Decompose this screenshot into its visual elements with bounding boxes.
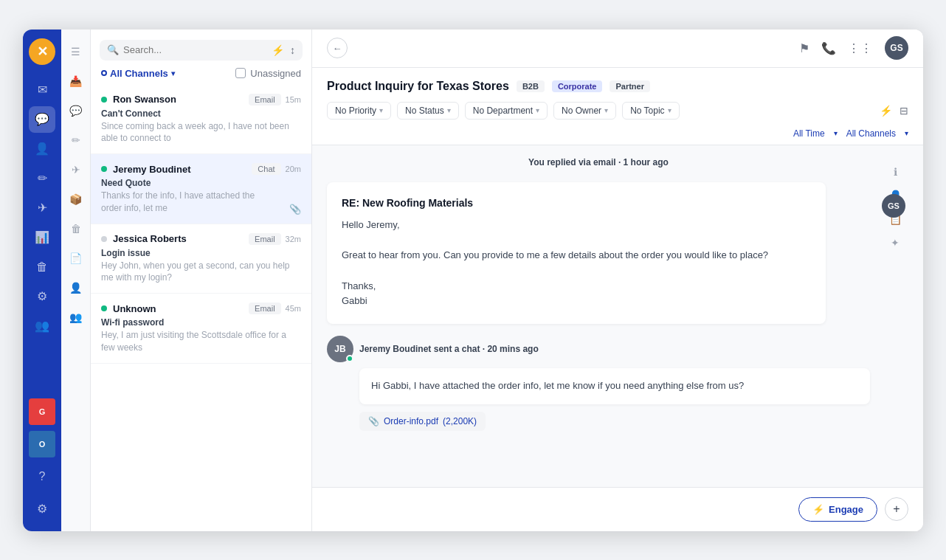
far-left-nav: ✕ ✉ 💬 👤 ✏ ✈ 📊 🗑 ⚙ 👥 G O ? ⚙ <box>23 30 61 531</box>
grid-icon[interactable]: ⋮⋮ <box>848 41 873 55</box>
owner-label: No Owner <box>562 106 601 116</box>
nav-icon-inbox[interactable]: ✉ <box>29 77 55 103</box>
system-divider: You replied via email · 1 hour ago <box>327 157 870 167</box>
conv-attributes-row: No Priority ▾ No Status ▾ No Department … <box>327 102 908 120</box>
filter-icon[interactable]: ⚡ <box>272 44 284 56</box>
nav-icon-settings2[interactable]: ⚙ <box>29 283 55 310</box>
conv-preview: Thanks for the info, I have attached the… <box>101 190 263 215</box>
all-channels-filter[interactable]: All Channels <box>846 128 896 139</box>
attachment-size: (2,200K) <box>443 416 477 426</box>
filter-conv-icon[interactable]: ⚡ <box>880 105 892 117</box>
info-icon[interactable]: ℹ <box>894 166 897 178</box>
nav-icon-help[interactable]: ? <box>29 463 55 490</box>
priority-chevron: ▾ <box>379 106 383 114</box>
second-icon-doc[interactable]: 📄 <box>66 248 86 269</box>
department-label: No Department <box>473 106 533 116</box>
email-greeting: Hello Jeremy, <box>342 218 811 233</box>
unassigned-checkbox[interactable] <box>235 68 246 78</box>
add-action-button[interactable]: + <box>885 497 908 521</box>
channel-badge: Email <box>249 303 281 314</box>
channel-badge: Email <box>249 233 281 245</box>
priority-attr-btn[interactable]: No Priority ▾ <box>327 102 391 120</box>
online-status-dot <box>101 97 107 103</box>
nav-icon-send[interactable]: ✈ <box>29 195 55 221</box>
tag-b2b[interactable]: B2B <box>517 80 545 92</box>
search-input[interactable] <box>123 44 267 55</box>
conv-subject: Need Quote <box>101 178 301 188</box>
time-label: 45m <box>286 304 301 313</box>
user-avatar[interactable]: GS <box>885 36 908 60</box>
second-icon-chat[interactable]: 💬 <box>66 100 86 121</box>
attachment-pill[interactable]: 📎 Order-info.pdf (2,200K) <box>359 412 486 431</box>
email-body1: Great to hear from you. Can you provide … <box>342 248 811 263</box>
department-chevron: ▾ <box>536 106 539 114</box>
phone-icon[interactable]: 📞 <box>821 41 836 55</box>
conv-item[interactable]: Ron Swanson Email 15m Can't Connect Sinc… <box>91 85 311 155</box>
tag-partner[interactable]: Partner <box>610 80 650 92</box>
conv-subject: Login issue <box>101 248 301 258</box>
back-button[interactable]: ← <box>327 38 348 58</box>
time-label: 15m <box>286 95 301 104</box>
engage-button[interactable]: ⚡ Engage <box>798 497 877 522</box>
tag-corporate[interactable]: Corporate <box>552 80 603 92</box>
search-bar[interactable]: 🔍 ⚡ ↕ <box>100 40 303 61</box>
attachment-icon: 📎 <box>289 204 301 215</box>
second-icon-edit[interactable]: ✏ <box>66 130 86 151</box>
time-label: 20m <box>286 165 301 173</box>
status-attr-btn[interactable]: No Status ▾ <box>397 102 459 120</box>
owner-attr-btn[interactable]: No Owner ▾ <box>553 102 616 120</box>
email-subject: RE: New Roofing Materials <box>342 197 811 209</box>
chat-message-block: JB Jeremy Boudinet sent a chat · 20 mins… <box>327 336 870 431</box>
conv-item[interactable]: Unknown Email 45m Wi-fi password Hey, I … <box>91 294 311 364</box>
paperclip-icon: 📎 <box>368 416 379 426</box>
chat-time: 20 mins ago <box>487 344 538 354</box>
conv-meta-row: All Time ▾ All Channels ▾ <box>327 128 908 145</box>
conv-name: Unknown <box>113 303 156 314</box>
divider-text: replied via email · 1 hour ago <box>547 157 669 167</box>
nav-icon-reports[interactable]: 📊 <box>29 224 55 251</box>
conv-detail-header: Product Inquiry for Texas Stores B2B Cor… <box>312 68 923 145</box>
email-avatar: GS <box>882 194 905 218</box>
sort-icon[interactable]: ↕ <box>290 44 295 56</box>
conv-subject: Wi-fi password <box>101 317 301 328</box>
second-icon-send2[interactable]: ✈ <box>66 159 86 180</box>
engage-lightning-icon: ⚡ <box>812 504 824 515</box>
second-icon-trash2[interactable]: 🗑 <box>66 218 86 239</box>
app-logo[interactable]: ✕ <box>29 38 55 65</box>
chat-action: sent a chat · <box>434 344 488 354</box>
conv-list: Ron Swanson Email 15m Can't Connect Sinc… <box>91 85 311 531</box>
nav-icon-team[interactable]: 👥 <box>29 313 55 339</box>
chat-sender-name: Jeremy Boudinet <box>359 344 431 354</box>
nav-icon-config[interactable]: ⚙ <box>29 496 55 522</box>
chat-online-dot <box>346 355 353 362</box>
topic-chevron: ▾ <box>668 106 671 114</box>
conv-preview: Hey, I am just visiting the Scottsdale o… <box>101 329 301 354</box>
second-icon-person[interactable]: 👤 <box>66 277 86 298</box>
channels-dot <box>101 70 107 76</box>
nav-icon-trash[interactable]: 🗑 <box>29 254 55 280</box>
unassigned-label: Unassigned <box>250 68 301 79</box>
nav-icon-compose[interactable]: ✏ <box>29 165 55 192</box>
all-time-filter[interactable]: All Time <box>793 128 825 139</box>
second-icon-box[interactable]: 📦 <box>66 189 86 210</box>
unassigned-row[interactable]: Unassigned <box>235 68 301 79</box>
email-block: RE: New Roofing Materials Hello Jeremy, … <box>327 182 826 325</box>
nav-icon-google[interactable]: G <box>29 398 55 425</box>
star-icon[interactable]: ✦ <box>891 237 900 249</box>
conv-item[interactable]: Jessica Roberts Email 32m Login issue He… <box>91 224 311 294</box>
second-icon-inbox[interactable]: 📥 <box>66 71 86 91</box>
email-body: Hello Jeremy, Great to hear from you. Ca… <box>342 218 811 310</box>
nav-icon-chat[interactable]: 💬 <box>29 106 55 133</box>
second-icon-menu[interactable]: ☰ <box>66 41 86 62</box>
channels-selector[interactable]: All Channels ▾ <box>101 68 175 79</box>
nav-icon-contacts[interactable]: 👤 <box>29 136 55 162</box>
nav-icon-ms[interactable]: O <box>29 431 55 457</box>
view-icon[interactable]: ⊟ <box>900 105 908 117</box>
divider-you: You <box>528 157 545 167</box>
channels-label: All Channels <box>110 68 168 79</box>
topic-attr-btn[interactable]: No Topic ▾ <box>622 102 679 120</box>
conv-item[interactable]: Jeremy Boudinet Chat 20m Need Quote Than… <box>91 154 311 224</box>
second-icon-group[interactable]: 👥 <box>66 307 86 328</box>
department-attr-btn[interactable]: No Department ▾ <box>465 102 548 120</box>
flag-icon[interactable]: ⚑ <box>799 41 809 55</box>
